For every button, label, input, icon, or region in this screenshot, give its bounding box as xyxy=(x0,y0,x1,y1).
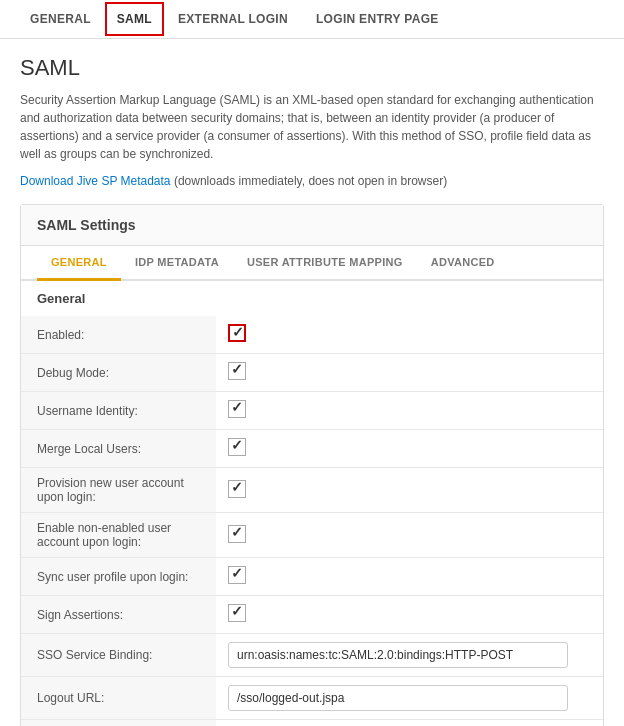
sync-user-profile-label: Sync user profile upon login: xyxy=(21,558,216,596)
sso-service-binding-value-cell xyxy=(216,634,603,677)
provision-new-user-label: Provision new user account upon login: xyxy=(21,468,216,513)
inner-tab-bar: GENERAL IDP METADATA USER ATTRIBUTE MAPP… xyxy=(21,246,603,281)
inner-tab-general[interactable]: GENERAL xyxy=(37,246,121,281)
provision-new-user-checkbox[interactable] xyxy=(228,480,246,498)
enable-non-enabled-user-value-cell xyxy=(216,513,603,558)
table-row: Enable non-enabled user account upon log… xyxy=(21,513,603,558)
provision-new-user-value-cell xyxy=(216,468,603,513)
settings-form: Enabled: Debug Mode: Username Identity: xyxy=(21,316,603,726)
top-navigation: GENERAL SAML EXTERNAL LOGIN LOGIN ENTRY … xyxy=(0,0,624,39)
enable-non-enabled-user-label: Enable non-enabled user account upon log… xyxy=(21,513,216,558)
sign-assertions-label: Sign Assertions: xyxy=(21,596,216,634)
inner-tab-advanced[interactable]: ADVANCED xyxy=(417,246,509,281)
table-row: Merge Local Users: xyxy=(21,430,603,468)
username-identity-checkbox[interactable] xyxy=(228,400,246,418)
sync-user-profile-value-cell xyxy=(216,558,603,596)
enabled-value-cell xyxy=(216,316,603,354)
logout-url-value-cell xyxy=(216,677,603,720)
inner-tab-user-attribute-mapping[interactable]: USER ATTRIBUTE MAPPING xyxy=(233,246,417,281)
logout-url-input[interactable] xyxy=(228,685,568,711)
table-row: SSO Service Binding: xyxy=(21,634,603,677)
download-note: (downloads immediately, does not open in… xyxy=(171,174,448,188)
page-title: SAML xyxy=(20,55,604,81)
table-row: Provision new user account upon login: xyxy=(21,468,603,513)
table-row: Sign Assertions: xyxy=(21,596,603,634)
tab-saml[interactable]: SAML xyxy=(105,2,164,36)
table-row: Maximum Authentication Age: xyxy=(21,720,603,727)
merge-local-users-label: Merge Local Users: xyxy=(21,430,216,468)
table-row: Sync user profile upon login: xyxy=(21,558,603,596)
debug-mode-checkbox[interactable] xyxy=(228,362,246,380)
merge-local-users-checkbox[interactable] xyxy=(228,438,246,456)
sync-user-profile-checkbox[interactable] xyxy=(228,566,246,584)
table-row: Username Identity: xyxy=(21,392,603,430)
enable-non-enabled-user-checkbox[interactable] xyxy=(228,525,246,543)
tab-login-entry-page[interactable]: LOGIN ENTRY PAGE xyxy=(302,0,453,38)
page-content: SAML Security Assertion Markup Language … xyxy=(0,39,624,726)
max-auth-age-label: Maximum Authentication Age: xyxy=(21,720,216,727)
sso-service-binding-input[interactable] xyxy=(228,642,568,668)
debug-mode-value-cell xyxy=(216,354,603,392)
settings-box-title: SAML Settings xyxy=(21,205,603,246)
download-link-area: Download Jive SP Metadata (downloads imm… xyxy=(20,173,604,188)
table-row: Logout URL: xyxy=(21,677,603,720)
max-auth-age-value-cell xyxy=(216,720,603,727)
username-identity-label: Username Identity: xyxy=(21,392,216,430)
tab-external-login[interactable]: EXTERNAL LOGIN xyxy=(164,0,302,38)
sign-assertions-checkbox[interactable] xyxy=(228,604,246,622)
merge-local-users-value-cell xyxy=(216,430,603,468)
table-row: Debug Mode: xyxy=(21,354,603,392)
table-row: Enabled: xyxy=(21,316,603,354)
page-description: Security Assertion Markup Language (SAML… xyxy=(20,91,604,163)
download-sp-metadata-link[interactable]: Download Jive SP Metadata xyxy=(20,174,171,188)
sign-assertions-value-cell xyxy=(216,596,603,634)
logout-url-label: Logout URL: xyxy=(21,677,216,720)
saml-settings-box: SAML Settings GENERAL IDP METADATA USER … xyxy=(20,204,604,726)
tab-general[interactable]: GENERAL xyxy=(16,0,105,38)
general-section-title: General xyxy=(21,281,603,316)
username-identity-value-cell xyxy=(216,392,603,430)
enabled-checkbox[interactable] xyxy=(228,324,246,342)
enabled-label: Enabled: xyxy=(21,316,216,354)
debug-mode-label: Debug Mode: xyxy=(21,354,216,392)
inner-tab-idp-metadata[interactable]: IDP METADATA xyxy=(121,246,233,281)
sso-service-binding-label: SSO Service Binding: xyxy=(21,634,216,677)
